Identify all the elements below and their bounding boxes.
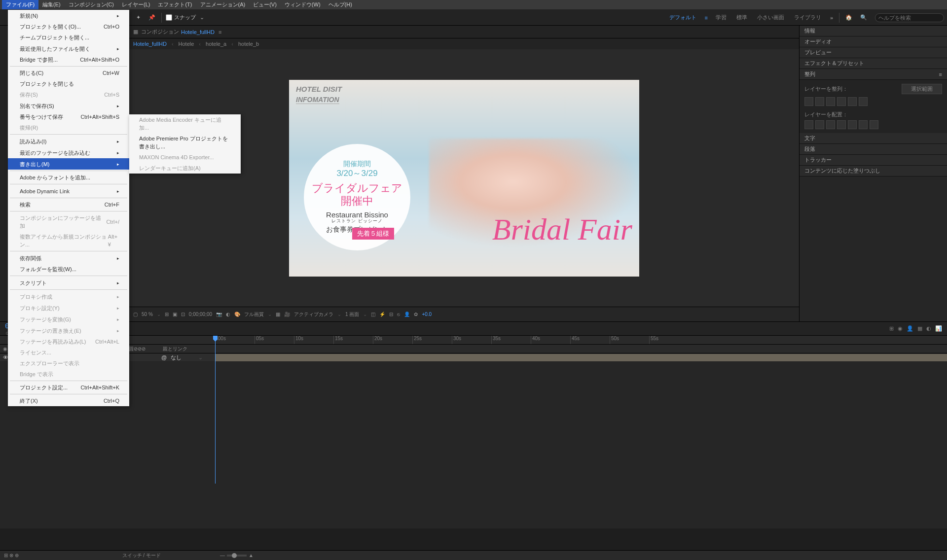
distribute-button[interactable]: [826, 120, 835, 129]
panel-paragraph[interactable]: 段落: [800, 144, 947, 155]
menu-item[interactable]: Bridge で表示: [8, 369, 129, 380]
panel-content-aware[interactable]: コンテンツに応じた塗りつぶし: [800, 166, 947, 176]
snapshot-icon[interactable]: 📷: [216, 312, 222, 317]
submenu-item[interactable]: MAXON Cinema 4D Exporter...: [129, 152, 241, 163]
menu-item[interactable]: スクリプト: [8, 277, 129, 288]
timeline-ruler[interactable]: :00s 05s 10s 15s 20s 25s 30s 35s 40s 45s…: [0, 336, 947, 345]
menu-item[interactable]: Bridge で参照...Ctrl+Alt+Shift+O: [8, 54, 129, 65]
home-icon[interactable]: 🏠: [841, 12, 856, 23]
rotobrush-icon[interactable]: ✦: [132, 12, 145, 23]
resolution-icon[interactable]: ⊞: [165, 312, 169, 317]
switches-mode-label[interactable]: スイッチ / モード: [122, 552, 161, 559]
menu-item[interactable]: 別名で保存(S): [8, 100, 129, 111]
zoom-out-icon[interactable]: —: [220, 553, 225, 558]
menu-item[interactable]: プロジェクトを開く(O)...Ctrl+O: [8, 21, 129, 32]
panel-preview[interactable]: プレビュー: [800, 47, 947, 58]
layer-row[interactable]: 👁 › 1 Hotele ⊕ / @ なし ⌄: [0, 353, 947, 362]
parent-dropdown[interactable]: なし: [171, 354, 182, 361]
render-time-icon[interactable]: 👤: [404, 312, 410, 317]
workspace-standard[interactable]: 標準: [731, 12, 752, 23]
distribute-button[interactable]: [837, 120, 846, 129]
color-mgmt-icon[interactable]: 🎨: [234, 312, 240, 317]
panel-audio[interactable]: オーディオ: [800, 36, 947, 47]
fast-previews-icon[interactable]: ⚡: [379, 312, 385, 317]
menu-item[interactable]: 最近のフッテージを読み込む: [8, 147, 129, 158]
comp-tab-name[interactable]: Hotele_fullHD: [181, 29, 215, 35]
distribute-button[interactable]: [804, 120, 813, 129]
menu-item[interactable]: プロキシ作成: [8, 291, 129, 302]
menu-item[interactable]: ライセンス...: [8, 347, 129, 358]
align-left-button[interactable]: [804, 97, 813, 106]
panel-info[interactable]: 情報: [800, 26, 947, 36]
resolution-dropdown[interactable]: フル画質: [244, 311, 264, 318]
align-top-button[interactable]: [837, 97, 846, 106]
menu-item[interactable]: 番号をつけて保存Ctrl+Alt+Shift+S: [8, 111, 129, 122]
menu-item[interactable]: Adobe Dynamic Link: [8, 185, 129, 197]
menu-item[interactable]: 最近使用したファイルを開く: [8, 43, 129, 54]
menu-item[interactable]: Adobe からフォントを追加...: [8, 172, 129, 183]
menu-help[interactable]: ヘルプ(H): [325, 0, 356, 9]
breadcrumb-item[interactable]: Hotele: [179, 41, 194, 47]
graph-editor-icon[interactable]: 📊: [935, 325, 942, 332]
submenu-item[interactable]: レンダーキューに追加(A): [129, 163, 241, 174]
panel-tracker[interactable]: トラッカー: [800, 155, 947, 166]
magnification-dropdown[interactable]: 50 %: [142, 312, 153, 317]
menu-item[interactable]: 読み込み(I): [8, 136, 129, 147]
menu-item[interactable]: 復帰(R): [8, 122, 129, 133]
layer-controls-icon[interactable]: ▦: [133, 29, 138, 35]
menu-composition[interactable]: コンポジション(C): [65, 0, 118, 9]
menu-item[interactable]: 依存関係: [8, 252, 129, 264]
layer-duration-bar[interactable]: [215, 354, 947, 361]
snap-checkbox[interactable]: [166, 14, 172, 21]
always-preview-icon[interactable]: ▢: [133, 312, 138, 317]
menu-item[interactable]: プロキシ設定(Y): [8, 302, 129, 314]
toggle-switches-icon[interactable]: ⊞ ⊗ ⊕: [4, 553, 19, 558]
menu-item[interactable]: 複数アイテムから新規コンポジション...Alt+¥: [8, 231, 129, 250]
workspace-default[interactable]: デフォルト: [664, 12, 701, 23]
zoom-in-icon[interactable]: ▲: [249, 553, 254, 558]
menu-item[interactable]: フォルダーを監視(W)...: [8, 264, 129, 275]
timecode-display[interactable]: 0;00;00;00: [189, 312, 212, 317]
menu-view[interactable]: ビュー(V): [249, 0, 281, 9]
menu-item[interactable]: 終了(X)Ctrl+Q: [8, 395, 129, 406]
menu-item[interactable]: 新規(N): [8, 10, 129, 21]
workspace-menu-icon[interactable]: ≡: [701, 15, 710, 21]
chevron-down-icon[interactable]: ⌄: [198, 354, 203, 361]
menu-item[interactable]: 書き出し(M): [8, 158, 129, 170]
workspace-learn[interactable]: 学習: [711, 12, 731, 23]
puppet-icon[interactable]: 📌: [145, 12, 159, 23]
distribute-button[interactable]: [815, 120, 824, 129]
draft3d-icon[interactable]: ✿: [414, 312, 418, 317]
align-right-button[interactable]: [826, 97, 835, 106]
hide-shy-icon[interactable]: 👤: [907, 325, 913, 332]
align-h-center-button[interactable]: [815, 97, 824, 106]
menu-item[interactable]: 閉じる(C)Ctrl+W: [8, 68, 129, 78]
roi-icon[interactable]: ▣: [173, 312, 177, 317]
menu-item[interactable]: フッテージを変換(G): [8, 314, 129, 325]
distribute-button[interactable]: [848, 120, 857, 129]
menu-item[interactable]: コンポジションにフッテージを追加Ctrl+/: [8, 212, 129, 231]
menu-item[interactable]: 検索Ctrl+F: [8, 199, 129, 210]
menu-item[interactable]: エクスプローラーで表示: [8, 358, 129, 369]
panel-effects[interactable]: エフェクト＆プリセット: [800, 58, 947, 69]
workspace-library[interactable]: ライブラリ: [789, 12, 826, 23]
flowchart-icon[interactable]: ⎋: [397, 312, 400, 317]
snap-options-icon[interactable]: ⌄: [196, 12, 208, 23]
menu-item[interactable]: プロジェクトを閉じる: [8, 78, 129, 89]
timeline-icon[interactable]: ⊟: [389, 312, 393, 317]
parent-pickwhip-icon[interactable]: @: [161, 354, 167, 360]
panel-character[interactable]: 文字: [800, 133, 947, 144]
exposure-value[interactable]: +0.0: [422, 312, 432, 317]
menu-item[interactable]: フッテージの置き換え(E): [8, 325, 129, 336]
motion-blur-icon[interactable]: ◐: [926, 325, 931, 332]
menu-effect[interactable]: エフェクト(T): [154, 0, 196, 9]
menu-item[interactable]: 保存(S)Ctrl+S: [8, 89, 129, 100]
timeline-zoom-slider[interactable]: [227, 555, 247, 557]
show-channel-icon[interactable]: ◐: [226, 312, 230, 317]
align-bottom-button[interactable]: [859, 97, 868, 106]
menu-item[interactable]: プロジェクト設定...Ctrl+Alt+Shift+K: [8, 382, 129, 393]
help-search-input[interactable]: [875, 13, 944, 22]
draft3d-toggle-icon[interactable]: ◉: [898, 325, 903, 332]
align-to-dropdown[interactable]: 選択範囲: [902, 84, 942, 94]
grid-icon[interactable]: ⊡: [181, 312, 185, 317]
